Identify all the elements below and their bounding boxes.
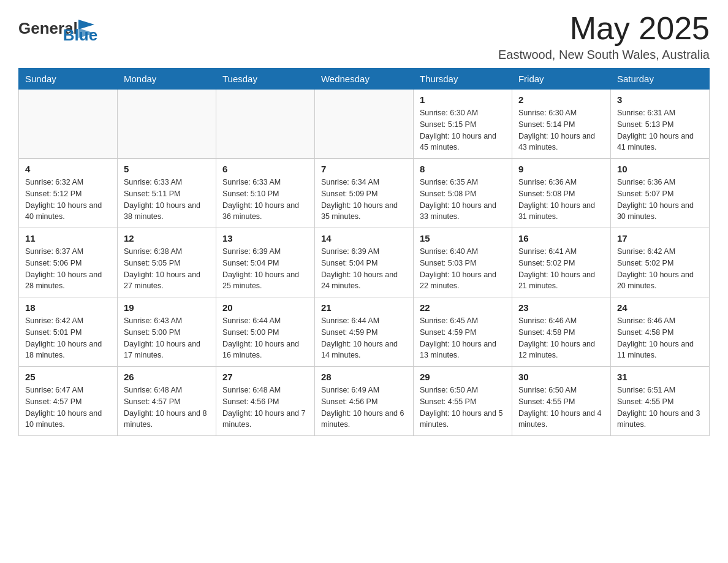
weekday-header-wednesday: Wednesday xyxy=(314,69,413,90)
calendar-cell: 10Sunrise: 6:36 AM Sunset: 5:07 PM Dayli… xyxy=(610,159,709,228)
day-number: 12 xyxy=(124,233,210,243)
day-number: 2 xyxy=(518,94,604,105)
day-info: Sunrise: 6:35 AM Sunset: 5:08 PM Dayligh… xyxy=(420,177,506,223)
day-number: 1 xyxy=(420,94,506,105)
day-info: Sunrise: 6:48 AM Sunset: 4:56 PM Dayligh… xyxy=(222,385,308,431)
month-title: May 2025 xyxy=(498,12,710,44)
day-number: 28 xyxy=(321,372,407,382)
day-info: Sunrise: 6:44 AM Sunset: 4:59 PM Dayligh… xyxy=(321,315,407,361)
calendar-cell: 7Sunrise: 6:34 AM Sunset: 5:09 PM Daylig… xyxy=(314,159,413,228)
day-info: Sunrise: 6:40 AM Sunset: 5:03 PM Dayligh… xyxy=(420,246,506,292)
calendar-cell: 21Sunrise: 6:44 AM Sunset: 4:59 PM Dayli… xyxy=(314,297,413,367)
calendar-cell: 9Sunrise: 6:36 AM Sunset: 5:08 PM Daylig… xyxy=(512,159,610,228)
day-info: Sunrise: 6:30 AM Sunset: 5:14 PM Dayligh… xyxy=(518,107,604,153)
calendar-cell xyxy=(117,90,216,159)
day-number: 16 xyxy=(518,233,604,243)
day-info: Sunrise: 6:42 AM Sunset: 5:01 PM Dayligh… xyxy=(25,315,111,361)
day-info: Sunrise: 6:49 AM Sunset: 4:56 PM Dayligh… xyxy=(321,385,407,431)
day-number: 26 xyxy=(124,372,210,382)
day-number: 29 xyxy=(420,372,506,382)
calendar-cell: 6Sunrise: 6:33 AM Sunset: 5:10 PM Daylig… xyxy=(216,159,314,228)
calendar-cell: 23Sunrise: 6:46 AM Sunset: 4:58 PM Dayli… xyxy=(512,297,610,367)
weekday-header-friday: Friday xyxy=(512,69,610,90)
day-info: Sunrise: 6:46 AM Sunset: 4:58 PM Dayligh… xyxy=(518,315,604,361)
calendar-cell: 18Sunrise: 6:42 AM Sunset: 5:01 PM Dayli… xyxy=(19,297,118,367)
calendar-header-row: SundayMondayTuesdayWednesdayThursdayFrid… xyxy=(19,69,710,90)
calendar-week-5: 25Sunrise: 6:47 AM Sunset: 4:57 PM Dayli… xyxy=(19,367,710,436)
day-info: Sunrise: 6:48 AM Sunset: 4:57 PM Dayligh… xyxy=(124,385,210,431)
calendar-week-1: 1Sunrise: 6:30 AM Sunset: 5:15 PM Daylig… xyxy=(19,90,710,159)
calendar-table: SundayMondayTuesdayWednesdayThursdayFrid… xyxy=(18,68,710,436)
day-info: Sunrise: 6:32 AM Sunset: 5:12 PM Dayligh… xyxy=(25,177,111,223)
day-number: 6 xyxy=(222,164,308,174)
day-number: 21 xyxy=(321,302,407,313)
day-info: Sunrise: 6:37 AM Sunset: 5:06 PM Dayligh… xyxy=(25,246,111,292)
calendar-week-4: 18Sunrise: 6:42 AM Sunset: 5:01 PM Dayli… xyxy=(19,297,710,367)
day-number: 24 xyxy=(617,302,703,313)
calendar-cell: 17Sunrise: 6:42 AM Sunset: 5:02 PM Dayli… xyxy=(610,228,709,297)
day-info: Sunrise: 6:33 AM Sunset: 5:10 PM Dayligh… xyxy=(222,177,308,223)
calendar-cell: 12Sunrise: 6:38 AM Sunset: 5:05 PM Dayli… xyxy=(117,228,216,297)
calendar-week-3: 11Sunrise: 6:37 AM Sunset: 5:06 PM Dayli… xyxy=(19,228,710,297)
day-info: Sunrise: 6:30 AM Sunset: 5:15 PM Dayligh… xyxy=(420,107,506,153)
day-info: Sunrise: 6:50 AM Sunset: 4:55 PM Dayligh… xyxy=(420,385,506,431)
calendar-cell: 15Sunrise: 6:40 AM Sunset: 5:03 PM Dayli… xyxy=(413,228,512,297)
calendar-week-2: 4Sunrise: 6:32 AM Sunset: 5:12 PM Daylig… xyxy=(19,159,710,228)
calendar-cell: 5Sunrise: 6:33 AM Sunset: 5:11 PM Daylig… xyxy=(117,159,216,228)
calendar-cell: 3Sunrise: 6:31 AM Sunset: 5:13 PM Daylig… xyxy=(610,90,709,159)
day-number: 18 xyxy=(25,302,111,313)
title-block: May 2025 Eastwood, New South Wales, Aust… xyxy=(498,12,710,62)
location-title: Eastwood, New South Wales, Australia xyxy=(498,48,710,62)
day-number: 25 xyxy=(25,372,111,382)
calendar-cell: 28Sunrise: 6:49 AM Sunset: 4:56 PM Dayli… xyxy=(314,367,413,436)
day-info: Sunrise: 6:36 AM Sunset: 5:07 PM Dayligh… xyxy=(617,177,703,223)
day-number: 14 xyxy=(321,233,407,243)
logo: General Blue xyxy=(18,12,97,45)
calendar-cell: 14Sunrise: 6:39 AM Sunset: 5:04 PM Dayli… xyxy=(314,228,413,297)
day-info: Sunrise: 6:43 AM Sunset: 5:00 PM Dayligh… xyxy=(124,315,210,361)
weekday-header-sunday: Sunday xyxy=(19,69,118,90)
weekday-header-monday: Monday xyxy=(117,69,216,90)
day-number: 5 xyxy=(124,164,210,174)
day-info: Sunrise: 6:42 AM Sunset: 5:02 PM Dayligh… xyxy=(617,246,703,292)
day-info: Sunrise: 6:45 AM Sunset: 4:59 PM Dayligh… xyxy=(420,315,506,361)
calendar-cell xyxy=(19,90,118,159)
calendar-cell xyxy=(216,90,314,159)
day-number: 10 xyxy=(617,164,703,174)
day-info: Sunrise: 6:50 AM Sunset: 4:55 PM Dayligh… xyxy=(518,385,604,431)
calendar-cell: 11Sunrise: 6:37 AM Sunset: 5:06 PM Dayli… xyxy=(19,228,118,297)
calendar-cell: 8Sunrise: 6:35 AM Sunset: 5:08 PM Daylig… xyxy=(413,159,512,228)
day-number: 7 xyxy=(321,164,407,174)
calendar-cell: 22Sunrise: 6:45 AM Sunset: 4:59 PM Dayli… xyxy=(413,297,512,367)
day-info: Sunrise: 6:51 AM Sunset: 4:55 PM Dayligh… xyxy=(617,385,703,431)
day-info: Sunrise: 6:36 AM Sunset: 5:08 PM Dayligh… xyxy=(518,177,604,223)
day-number: 22 xyxy=(420,302,506,313)
day-info: Sunrise: 6:46 AM Sunset: 4:58 PM Dayligh… xyxy=(617,315,703,361)
calendar-cell: 27Sunrise: 6:48 AM Sunset: 4:56 PM Dayli… xyxy=(216,367,314,436)
day-number: 9 xyxy=(518,164,604,174)
day-number: 27 xyxy=(222,372,308,382)
calendar-cell: 31Sunrise: 6:51 AM Sunset: 4:55 PM Dayli… xyxy=(610,367,709,436)
day-info: Sunrise: 6:44 AM Sunset: 5:00 PM Dayligh… xyxy=(222,315,308,361)
day-number: 15 xyxy=(420,233,506,243)
calendar-cell: 16Sunrise: 6:41 AM Sunset: 5:02 PM Dayli… xyxy=(512,228,610,297)
calendar-cell: 20Sunrise: 6:44 AM Sunset: 5:00 PM Dayli… xyxy=(216,297,314,367)
calendar-cell: 24Sunrise: 6:46 AM Sunset: 4:58 PM Dayli… xyxy=(610,297,709,367)
calendar-cell: 2Sunrise: 6:30 AM Sunset: 5:14 PM Daylig… xyxy=(512,90,610,159)
day-info: Sunrise: 6:41 AM Sunset: 5:02 PM Dayligh… xyxy=(518,246,604,292)
day-info: Sunrise: 6:38 AM Sunset: 5:05 PM Dayligh… xyxy=(124,246,210,292)
calendar-cell: 19Sunrise: 6:43 AM Sunset: 5:00 PM Dayli… xyxy=(117,297,216,367)
day-info: Sunrise: 6:33 AM Sunset: 5:11 PM Dayligh… xyxy=(124,177,210,223)
day-number: 13 xyxy=(222,233,308,243)
day-info: Sunrise: 6:31 AM Sunset: 5:13 PM Dayligh… xyxy=(617,107,703,153)
day-number: 30 xyxy=(518,372,604,382)
calendar-cell: 30Sunrise: 6:50 AM Sunset: 4:55 PM Dayli… xyxy=(512,367,610,436)
calendar-cell: 25Sunrise: 6:47 AM Sunset: 4:57 PM Dayli… xyxy=(19,367,118,436)
weekday-header-saturday: Saturday xyxy=(610,69,709,90)
weekday-header-thursday: Thursday xyxy=(413,69,512,90)
calendar-cell: 26Sunrise: 6:48 AM Sunset: 4:57 PM Dayli… xyxy=(117,367,216,436)
day-number: 19 xyxy=(124,302,210,313)
day-number: 23 xyxy=(518,302,604,313)
calendar-cell: 13Sunrise: 6:39 AM Sunset: 5:04 PM Dayli… xyxy=(216,228,314,297)
day-number: 8 xyxy=(420,164,506,174)
